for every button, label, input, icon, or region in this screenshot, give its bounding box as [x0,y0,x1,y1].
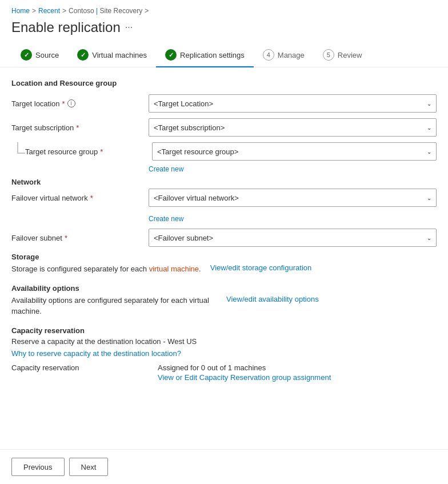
failover-vnet-label: Failover virtual network * [11,194,149,202]
breadcrumb: Home > Recent > Contoso | Site Recovery … [0,0,448,17]
target-subscription-value: <Target subscription> [154,123,225,132]
step-review-circle: 5 [323,49,334,61]
network-section-title: Network [11,178,437,186]
step-manage[interactable]: 4 Manage [254,45,314,67]
step-source[interactable]: Source [11,45,68,67]
failover-subnet-value: <Failover subnet> [154,234,213,242]
target-location-row: Target location * i <Target Location> ⌄ [11,94,437,113]
target-resource-group-row: Target resource group * <Target resource… [25,142,437,161]
storage-config-link[interactable]: View/edit storage configuration [210,263,312,272]
failover-vnet-select[interactable]: <Failover virtual network> ⌄ [149,189,437,207]
storage-description: Storage is configured separately for eac… [11,263,201,275]
step-rep-check-icon [165,49,177,61]
target-location-label: Target location * i [11,99,149,108]
target-resource-group-value: <Target resource group> [157,147,238,156]
page-header: Enable replication ··· [0,17,448,45]
footer: Previous Next [0,449,448,484]
availability-row: Availability options are configured sepa… [11,295,437,322]
step-replication-settings[interactable]: Replication settings [156,45,254,67]
target-resource-group-control: <Target resource group> ⌄ [152,142,437,161]
step-manage-circle: 4 [263,49,274,61]
create-new-resource-group-link[interactable]: Create new [149,165,183,173]
availability-description: Availability options are configured sepa… [11,295,217,317]
wizard-steps: Source Virtual machines Replication sett… [0,45,448,67]
capacity-detail-row: Capacity reservation Assigned for 0 out … [11,363,437,382]
target-resource-group-select[interactable]: <Target resource group> ⌄ [152,142,437,161]
step-source-check-icon [21,49,32,61]
main-content: Location and Resource group Target locat… [0,67,448,393]
capacity-section-title: Capacity reservation [11,326,437,335]
breadcrumb-sep3: > [145,7,149,15]
page-menu-icon[interactable]: ··· [125,22,133,33]
breadcrumb-contoso[interactable]: Contoso | Site Recovery [69,7,142,15]
target-subscription-chevron: ⌄ [427,125,431,131]
breadcrumb-sep2: > [62,7,66,15]
target-location-value: <Target Location> [154,99,213,108]
page-title: Enable replication [11,19,121,35]
target-location-info-icon[interactable]: i [67,99,75,107]
capacity-reservation-value: Assigned for 0 out of 1 machines View or… [158,363,437,382]
target-location-required: * [62,99,65,108]
failover-subnet-label: Failover subnet * [11,234,149,242]
capacity-description: Reserve a capacity at the destination lo… [11,337,437,346]
capacity-why-link[interactable]: Why to reserve capacity at the destinati… [11,349,437,358]
failover-subnet-control: <Failover subnet> ⌄ [149,229,437,247]
target-subscription-required: * [76,123,79,132]
step-review[interactable]: 5 Review [314,45,371,67]
step-source-label: Source [35,51,59,59]
failover-vnet-row: Failover virtual network * <Failover vir… [11,189,437,207]
failover-vnet-control: <Failover virtual network> ⌄ [149,189,437,207]
create-new-vnet-link[interactable]: Create new [149,215,183,223]
target-location-select[interactable]: <Target Location> ⌄ [149,94,437,113]
breadcrumb-sep1: > [32,7,36,15]
next-button[interactable]: Next [69,458,109,476]
step-manage-label: Manage [278,51,305,59]
breadcrumb-recent[interactable]: Recent [38,7,60,15]
failover-vnet-value: <Failover virtual network> [154,194,239,202]
location-section-title: Location and Resource group [11,79,437,87]
availability-section-title: Availability options [11,284,437,293]
target-resource-group-label: Target resource group * [25,147,152,156]
target-subscription-row: Target subscription * <Target subscripti… [11,118,437,137]
target-location-chevron: ⌄ [427,101,431,107]
target-subscription-label: Target subscription * [11,123,149,132]
target-resource-group-chevron: ⌄ [427,149,431,155]
storage-row: Storage is configured separately for eac… [11,263,437,279]
capacity-edit-link[interactable]: View or Edit Capacity Reservation group … [158,373,437,382]
target-resource-group-required: * [100,147,103,156]
availability-options-link[interactable]: View/edit availability options [226,295,319,303]
failover-subnet-select[interactable]: <Failover subnet> ⌄ [149,229,437,247]
failover-subnet-required: * [65,234,67,242]
step-rep-label: Replication settings [180,51,245,59]
failover-vnet-required: * [90,194,93,202]
step-virtual-machines[interactable]: Virtual machines [68,45,156,67]
target-subscription-select[interactable]: <Target subscription> ⌄ [149,118,437,137]
capacity-reservation-label: Capacity reservation [11,363,149,372]
step-review-label: Review [338,51,362,59]
failover-vnet-chevron: ⌄ [427,195,431,201]
previous-button[interactable]: Previous [11,458,65,476]
capacity-assigned-text: Assigned for 0 out of 1 machines [158,363,437,372]
target-location-control: <Target Location> ⌄ [149,94,437,113]
failover-subnet-row: Failover subnet * <Failover subnet> ⌄ [11,229,437,247]
failover-subnet-chevron: ⌄ [427,235,431,241]
target-subscription-control: <Target subscription> ⌄ [149,118,437,137]
storage-section-title: Storage [11,253,437,261]
step-vm-label: Virtual machines [92,51,147,59]
step-vm-check-icon [77,49,89,61]
breadcrumb-home[interactable]: Home [11,7,30,15]
